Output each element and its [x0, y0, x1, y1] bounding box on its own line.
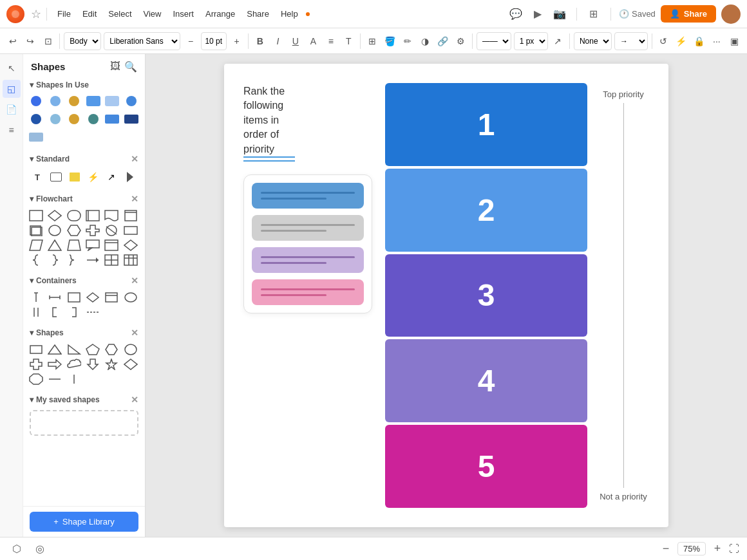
- redo-button[interactable]: ↪: [23, 32, 37, 50]
- fc-rect[interactable]: [28, 209, 44, 222]
- fc-table-2[interactable]: [123, 254, 138, 266]
- shapes-panel-toggle[interactable]: ◱: [3, 80, 21, 98]
- link-button[interactable]: 🔗: [435, 32, 450, 50]
- sh-rect[interactable]: [28, 343, 44, 356]
- shape-triangle-play[interactable]: [122, 169, 138, 185]
- font-select[interactable]: Liberation Sans: [104, 32, 180, 50]
- menu-edit[interactable]: Edit: [77, 6, 102, 21]
- cont-bracket-l[interactable]: [47, 306, 62, 319]
- section-close-containers[interactable]: ✕: [131, 275, 138, 286]
- line-width-select[interactable]: 1 px: [514, 32, 548, 50]
- fc-x[interactable]: [104, 224, 119, 237]
- cont-diamond[interactable]: [85, 291, 100, 304]
- section-containers[interactable]: ▾ Containers ✕: [23, 272, 145, 288]
- pages-panel-toggle[interactable]: 📄: [3, 100, 21, 118]
- fc-doc[interactable]: [104, 209, 119, 222]
- reset-button[interactable]: ↺: [656, 32, 671, 50]
- color-swatch-blue-3[interactable]: [28, 111, 44, 127]
- section-close-shapes[interactable]: ✕: [131, 328, 138, 338]
- sh-line-v[interactable]: [66, 373, 82, 386]
- cursor-tool[interactable]: ↖: [3, 59, 21, 77]
- color-swatch-blue-med[interactable]: [86, 93, 101, 109]
- comment-icon[interactable]: 💬: [507, 5, 525, 23]
- fc-hexagon[interactable]: [66, 224, 82, 237]
- more-button[interactable]: ···: [709, 32, 724, 50]
- fc-rect-4[interactable]: [28, 224, 44, 237]
- play-icon[interactable]: ▶: [529, 5, 547, 23]
- fc-rect-2[interactable]: [85, 209, 100, 222]
- canvas-area[interactable]: Rank the following items in order of pri…: [146, 54, 747, 537]
- font-color-button[interactable]: A: [306, 32, 321, 50]
- sh-cloud[interactable]: [66, 358, 82, 371]
- fill-color-button[interactable]: 🪣: [382, 32, 397, 50]
- table-insert-button[interactable]: ⊞: [364, 32, 379, 50]
- waypoint-button[interactable]: ⚙: [453, 32, 468, 50]
- underline-button[interactable]: U: [288, 32, 303, 50]
- color-swatch-orange-2[interactable]: [66, 111, 82, 127]
- sh-circle[interactable]: [123, 343, 138, 356]
- bold-button[interactable]: B: [252, 32, 267, 50]
- italic-button[interactable]: I: [270, 32, 285, 50]
- menu-view[interactable]: View: [138, 6, 167, 21]
- sh-octagon[interactable]: [28, 373, 44, 386]
- rank-bar-2[interactable]: 2: [385, 169, 587, 252]
- fc-diamond-2[interactable]: [123, 239, 138, 252]
- format-panel-button[interactable]: ▣: [727, 32, 742, 50]
- format-copy-button[interactable]: ⊡: [41, 32, 55, 50]
- layers-icon[interactable]: ⬡: [8, 540, 26, 558]
- cont-dash-line[interactable]: [85, 306, 100, 319]
- card-2[interactable]: [252, 215, 364, 241]
- opacity-button[interactable]: ◑: [417, 32, 432, 50]
- fc-brace-right[interactable]: [47, 254, 62, 266]
- fc-trapezoid[interactable]: [66, 239, 82, 252]
- sidebar-search-icon[interactable]: 🔍: [124, 61, 137, 73]
- cont-line-v2[interactable]: [28, 306, 44, 319]
- share-button[interactable]: 👤 Share: [661, 5, 716, 23]
- sh-pentagon[interactable]: [85, 343, 100, 356]
- shape-text[interactable]: T: [30, 169, 45, 185]
- fc-rect-5[interactable]: [123, 224, 138, 237]
- style-select[interactable]: Body: [64, 32, 101, 50]
- sh-star[interactable]: [104, 358, 119, 371]
- user-avatar[interactable]: [721, 5, 741, 24]
- line-style-select[interactable]: ——: [477, 32, 511, 50]
- fc-diamond[interactable]: [47, 209, 62, 222]
- zoom-minus-button[interactable]: −: [658, 541, 674, 557]
- fc-parallelogram[interactable]: [28, 239, 44, 252]
- sh-triangle[interactable]: [47, 343, 62, 356]
- fc-rounded[interactable]: [66, 209, 82, 222]
- color-swatch-blue-dark[interactable]: [28, 93, 44, 109]
- section-flowchart[interactable]: ▾ Flowchart ✕: [23, 190, 145, 207]
- rank-bar-4[interactable]: 4: [385, 339, 587, 422]
- cont-line-v[interactable]: [28, 291, 44, 304]
- color-swatch-blue-light[interactable]: [48, 93, 63, 109]
- sh-arrow-r[interactable]: [47, 358, 62, 371]
- arrow-end-select[interactable]: →: [614, 32, 648, 50]
- grid-icon[interactable]: ⊞: [585, 5, 603, 23]
- fc-curly-brace[interactable]: [66, 254, 82, 266]
- fc-brace-left[interactable]: [28, 254, 44, 266]
- section-close-flowchart[interactable]: ✕: [131, 194, 138, 204]
- undo-button[interactable]: ↩: [5, 32, 20, 50]
- section-shapes[interactable]: ▾ Shapes ✕: [23, 324, 145, 341]
- cont-rect-2[interactable]: [104, 291, 119, 304]
- fc-rect-6[interactable]: [104, 239, 119, 252]
- card-1[interactable]: [252, 183, 364, 209]
- menu-arrange[interactable]: Arrange: [200, 6, 240, 21]
- color-swatch-blue-2[interactable]: [124, 93, 139, 109]
- arrow-start-select[interactable]: None: [574, 32, 612, 50]
- lightning-button[interactable]: ⚡: [674, 32, 688, 50]
- menu-insert[interactable]: Insert: [167, 6, 199, 21]
- section-close-standard[interactable]: ✕: [131, 154, 138, 164]
- shapes-icon[interactable]: ◎: [31, 540, 49, 558]
- shape-library-button[interactable]: + Shape Library: [30, 512, 138, 532]
- line-color-button[interactable]: ✏: [400, 32, 415, 50]
- sh-cross[interactable]: [28, 358, 44, 371]
- sh-arrow-down[interactable]: [85, 358, 100, 371]
- sh-hexagon[interactable]: [104, 343, 119, 356]
- fc-callout[interactable]: [85, 239, 100, 252]
- fc-triangle[interactable]: [47, 239, 62, 252]
- sidebar-image-icon[interactable]: 🖼: [110, 61, 120, 73]
- sh-diamond[interactable]: [123, 358, 138, 371]
- text-format-button[interactable]: T: [341, 32, 356, 50]
